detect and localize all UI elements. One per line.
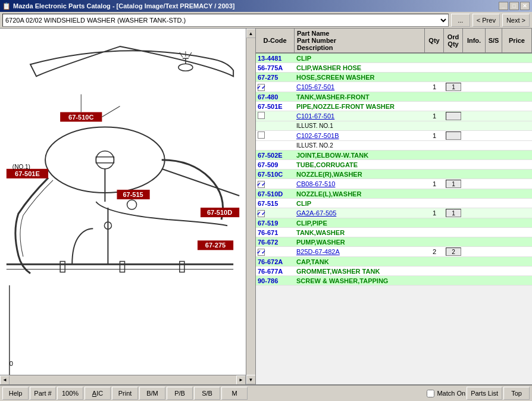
scroll-track: [246, 38, 255, 375]
part-number-button[interactable]: Part #: [30, 387, 56, 400]
diagram-image: 67-510C: [0, 29, 246, 375]
part-checkbox[interactable]: ✓: [258, 249, 265, 256]
sb-button[interactable]: S/B: [194, 387, 220, 400]
pb-button[interactable]: P/B: [167, 387, 193, 400]
aic-button[interactable]: AIC: [85, 387, 111, 400]
partname-cell: PUMP,WASHER: [295, 238, 425, 246]
minimize-button[interactable]: _: [499, 2, 508, 10]
ss-cell: [486, 86, 502, 87]
part-checkbox[interactable]: ✓: [258, 84, 265, 91]
prev-button[interactable]: < Prev: [472, 14, 500, 27]
ordqty-cell[interactable]: [444, 82, 463, 92]
svg-text:67-510C: 67-510C: [68, 114, 93, 121]
print-button[interactable]: Print: [112, 387, 138, 400]
zoom-button[interactable]: 100%: [57, 387, 83, 400]
diagram-horizontal-scrollbar[interactable]: ◄ ►: [0, 375, 246, 384]
table-row: 90-786 SCREW & WASHER,TAPPING: [256, 276, 532, 286]
scroll-right-button[interactable]: ►: [236, 375, 246, 385]
info-cell: [463, 155, 486, 156]
part-checkbox[interactable]: [258, 131, 265, 139]
scroll-up-button[interactable]: ▲: [246, 29, 256, 38]
table-row: 76-672A CAP,TANK: [256, 257, 532, 267]
qty-cell: [425, 155, 444, 156]
ordqty-cell: [444, 223, 463, 224]
part-checkbox[interactable]: ✓: [258, 210, 265, 217]
desc-cell: ILLUST. NO.2: [295, 142, 425, 149]
info-cell: [463, 145, 486, 146]
info-cell: [463, 251, 486, 252]
diagram-vertical-scrollbar[interactable]: ▲ ▼: [246, 29, 255, 384]
header-price: Price: [502, 29, 532, 52]
top-button[interactable]: Top: [503, 387, 530, 400]
ordqty-cell[interactable]: [444, 131, 463, 140]
ss-cell: [486, 155, 502, 156]
parts-list-button[interactable]: Parts List: [467, 387, 502, 400]
svg-rect-0: [1, 29, 245, 375]
price-cell: [502, 271, 532, 272]
table-row: 67-515 CLIP: [256, 199, 532, 208]
partnumber-cell: C101-67-501: [295, 112, 425, 120]
part-checkbox[interactable]: ✓: [258, 181, 265, 188]
ss-cell: [486, 96, 502, 98]
table-row: 67-510C NOZZLE(R),WASHER: [256, 170, 532, 179]
price-cell: [502, 251, 532, 252]
ordqty-cell[interactable]: [444, 111, 463, 121]
ss-cell: [486, 193, 502, 195]
ordqty-cell[interactable]: [444, 208, 463, 218]
table-row: 67-275 HOSE,SCREEN WASHER: [256, 73, 532, 82]
partname-cell: TANK,WASHER-FRONT: [295, 93, 425, 101]
partname-cell: NOZZLE(R),WASHER: [295, 170, 425, 178]
qty-cell: [425, 223, 444, 224]
price-cell: [502, 135, 532, 136]
ss-cell: [486, 67, 502, 68]
main-content: 67-510C: [0, 29, 532, 384]
table-row: 76-677A GROMMET,WASHER TANK: [256, 267, 532, 276]
scroll-down-button[interactable]: ▼: [246, 375, 256, 384]
part-checkbox[interactable]: [258, 112, 265, 119]
info-cell: [463, 183, 486, 184]
partnumber-cell: GA2A-67-505: [295, 209, 425, 217]
dcode-cell: ✓: [256, 83, 295, 92]
qty-cell: [425, 242, 444, 243]
next-button[interactable]: Next >: [502, 14, 530, 27]
match-on-checkbox[interactable]: [427, 390, 434, 397]
diagram-panel: 67-510C: [0, 29, 256, 384]
ss-cell: [486, 164, 502, 165]
table-row: ILLUST. NO.2: [256, 141, 532, 151]
parts-list: 13-4481 CLIP 56-775A CLIP,WASHER HOSE: [256, 54, 532, 384]
table-row: C101-67-501 1: [256, 111, 532, 121]
header-partname: Part Name Part Number Description: [295, 29, 425, 52]
ss-cell: [486, 77, 502, 78]
scroll-left-button[interactable]: ◄: [0, 375, 10, 385]
ss-cell: [486, 203, 502, 204]
dcode-cell: 67-275: [256, 73, 295, 82]
ellipsis-button[interactable]: ...: [451, 14, 470, 27]
dcode-cell: 56-775A: [256, 64, 295, 72]
partname-cell: CAP,TANK: [295, 258, 425, 266]
ordqty-cell[interactable]: [444, 179, 463, 189]
help-button[interactable]: Help: [2, 387, 29, 400]
table-row: ✓ CB08-67-510 1: [256, 179, 532, 189]
qty-cell: [425, 193, 444, 195]
ss-cell: [486, 58, 502, 59]
info-cell: [463, 58, 486, 59]
info-cell: [463, 126, 486, 127]
close-button[interactable]: ✕: [520, 2, 530, 10]
partname-cell: CLIP,PIPE: [295, 219, 425, 227]
dcode-cell: ✓: [256, 248, 295, 256]
ordqty-cell[interactable]: [444, 247, 463, 256]
maximize-button[interactable]: □: [509, 2, 519, 10]
ordqty-cell: [444, 242, 463, 243]
qty-input: [446, 83, 461, 91]
price-cell: [502, 86, 532, 87]
bm-button[interactable]: B/M: [139, 387, 165, 400]
m-button[interactable]: M: [221, 387, 248, 400]
qty-input: [446, 248, 461, 256]
dcode-cell: 67-515: [256, 199, 295, 208]
header-qty: Qty: [425, 29, 444, 52]
catalog-dropdown[interactable]: 6720A 02/02 WINDSHIELD WASHER (WASHER TA…: [2, 14, 449, 27]
partname-cell: TANK,WASHER: [295, 228, 425, 237]
partnumber-cell: B25D-67-482A: [295, 248, 425, 256]
parts-diagram-svg: 67-510C: [0, 29, 246, 375]
price-cell: [502, 223, 532, 224]
